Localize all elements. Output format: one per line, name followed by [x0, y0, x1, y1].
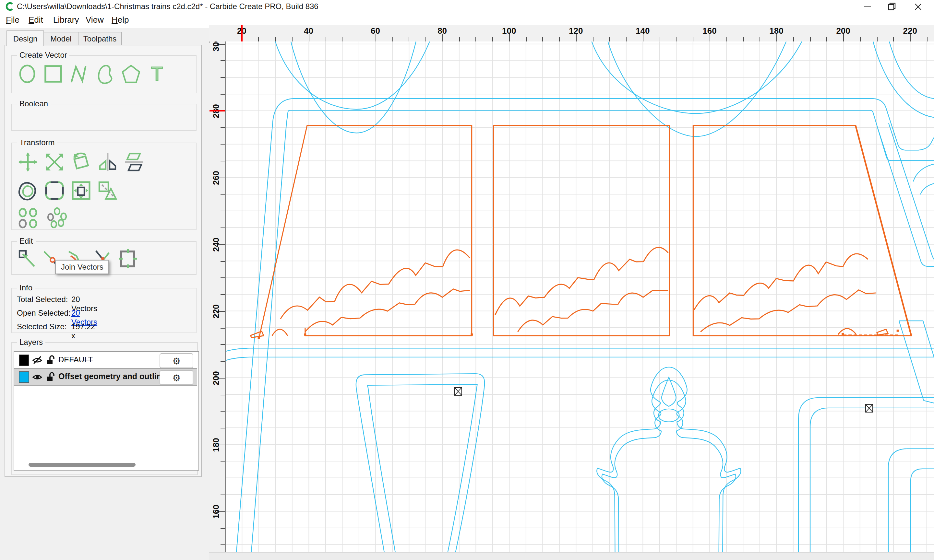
edge-band[interactable] [913, 164, 934, 194]
rounded-corner-inner[interactable] [911, 469, 934, 552]
restore-button[interactable] [880, 0, 904, 13]
lamp-panel-outer[interactable] [356, 374, 484, 552]
edge-band[interactable] [878, 123, 934, 266]
move-icon[interactable] [17, 151, 39, 173]
garland-vectors[interactable] [281, 247, 875, 332]
mirror-icon[interactable] [97, 151, 119, 173]
vertical-ruler: 300280260240220200180160 [210, 42, 227, 552]
swag-curve[interactable] [873, 42, 934, 117]
finial-inner[interactable] [602, 380, 736, 552]
group-boolean-label: Boolean [17, 99, 51, 108]
small-ornament[interactable] [838, 329, 856, 334]
layer-list-scrollbar[interactable] [20, 463, 182, 467]
ruler-tick [220, 461, 225, 462]
drawing-viewport[interactable] [226, 42, 934, 552]
panel-right-edge[interactable] [855, 125, 911, 336]
garland-vector[interactable] [305, 289, 470, 332]
menu-file[interactable]: File [6, 15, 20, 25]
rounded-corner-outer[interactable] [798, 398, 934, 552]
menu-view[interactable]: View [86, 15, 104, 25]
ruler-tick [559, 37, 560, 42]
ruler-tick [693, 37, 694, 42]
info-selected-size-label: Selected Size: [17, 322, 66, 331]
eye-hidden-icon[interactable] [32, 355, 43, 366]
ground-line[interactable] [226, 348, 934, 351]
polyline-tool-icon[interactable] [68, 63, 90, 85]
panel-right[interactable] [693, 125, 911, 336]
tab-model[interactable]: Model [43, 32, 79, 45]
menu-edit[interactable]: Edit [29, 15, 43, 25]
layer-row-default[interactable]: DEFAULT ⚙ [14, 352, 197, 368]
menu-help[interactable]: Help [112, 15, 129, 25]
ruler-tick [220, 478, 225, 478]
text-tool-icon[interactable]: T [146, 63, 168, 85]
ruler-label: 120 [563, 26, 589, 35]
small-ornament[interactable] [272, 329, 288, 336]
distribute-icon[interactable] [45, 207, 68, 229]
ruler-tick [220, 144, 225, 145]
layer-color-swatch[interactable] [19, 355, 29, 366]
ruler-tick [220, 294, 225, 295]
resize-icon[interactable] [70, 180, 92, 202]
vector-drawing[interactable] [226, 42, 934, 552]
tab-toolpaths[interactable]: Toolpaths [78, 32, 122, 45]
panel-left[interactable] [259, 125, 472, 339]
layer-settings-button[interactable]: ⚙ [160, 370, 193, 385]
fillet-corners-icon[interactable] [43, 180, 66, 202]
align-icon[interactable] [17, 207, 39, 229]
rounded-corner-inner[interactable] [810, 408, 934, 552]
swag-curve[interactable] [291, 42, 416, 133]
info-selected-size: Selected Size: 197.22 x 62.79 [17, 322, 66, 331]
tab-design[interactable]: Design [6, 31, 44, 46]
layer-settings-button[interactable]: ⚙ [160, 353, 193, 368]
curve-tool-icon[interactable] [94, 63, 116, 85]
rounded-corner-outer[interactable] [888, 449, 934, 552]
eye-visible-icon[interactable] [32, 371, 43, 382]
ruler-label: 60 [362, 26, 388, 35]
ruler-label: 160 [211, 500, 220, 523]
swag-curve[interactable] [608, 42, 786, 137]
group-transform-label: Transform [17, 138, 57, 147]
ruler-label: 240 [211, 233, 220, 256]
tab-model-label: Model [50, 34, 71, 43]
ruler-tick [220, 161, 225, 162]
close-button[interactable] [905, 0, 930, 13]
ruler-label: 300 [211, 42, 220, 56]
trim-shapes-icon[interactable] [97, 180, 119, 202]
ruler-tick [275, 37, 276, 42]
swag-curve[interactable] [889, 42, 934, 98]
minimize-button[interactable] [855, 0, 880, 13]
swag-curve[interactable] [275, 42, 430, 109]
ground-line[interactable] [226, 357, 934, 360]
ruler-tick [220, 428, 225, 428]
outline-outer[interactable] [236, 98, 934, 552]
garland-vector[interactable] [495, 247, 668, 315]
polygon-tool-icon[interactable] [120, 63, 142, 85]
boundary-icon[interactable] [117, 248, 139, 270]
rotate-icon[interactable] [70, 151, 92, 173]
circle-tool-icon[interactable] [16, 63, 38, 85]
ruler-tick [927, 37, 928, 42]
garland-vector[interactable] [694, 254, 868, 310]
shear-icon[interactable] [123, 151, 145, 173]
ruler-tick [877, 37, 877, 42]
layer-row-offset-geometry[interactable]: Offset geometry and outline ⚙ [14, 368, 197, 386]
rectangle-tool-icon[interactable] [42, 63, 64, 85]
small-ornament[interactable] [251, 331, 264, 338]
node-edit-icon[interactable] [17, 248, 39, 270]
canvas-footer-strip [209, 552, 934, 560]
scrollbar-thumb[interactable] [29, 463, 136, 467]
unlock-icon[interactable] [45, 355, 56, 366]
menu-view-label: View [86, 15, 104, 25]
layer-color-swatch[interactable] [19, 371, 29, 383]
edge-band[interactable] [899, 321, 934, 403]
menu-library[interactable]: Library [53, 15, 79, 25]
ruler-tick [220, 278, 225, 278]
ruler-tick [894, 37, 894, 42]
ruler-tick [793, 37, 794, 42]
small-ornament[interactable] [877, 329, 888, 335]
selected-vectors[interactable] [251, 125, 911, 339]
offset-icon[interactable] [17, 180, 39, 202]
scale-icon[interactable] [43, 151, 66, 173]
unlock-icon[interactable] [45, 371, 56, 382]
